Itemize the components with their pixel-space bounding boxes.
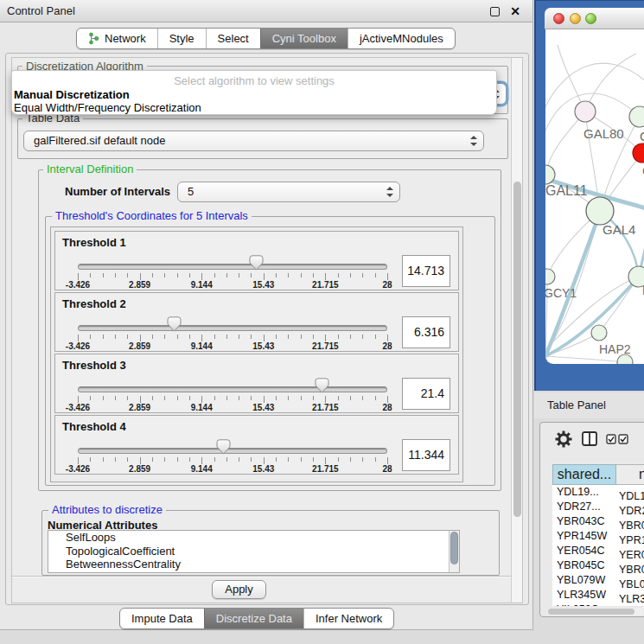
tab-label: Impute Data <box>131 609 193 628</box>
mode-tab-infer-network[interactable]: Infer Network <box>303 609 393 628</box>
threshold-slider[interactable]: -3.4262.8599.14415.4321.71528 <box>78 293 387 353</box>
gear-icon[interactable] <box>555 430 572 448</box>
mode-tab-discretize-data[interactable]: Discretize Data <box>204 609 303 628</box>
slider-thumb[interactable] <box>249 255 264 271</box>
scale-label: 2.859 <box>129 403 150 412</box>
cell-shared-name: YLR345W <box>552 588 616 603</box>
tab-label: Select <box>218 29 249 48</box>
threshold-slider[interactable]: -3.4262.8599.14415.4321.71528 <box>78 354 387 414</box>
close-icon[interactable]: ✕ <box>510 3 520 20</box>
slider-track[interactable] <box>78 264 387 270</box>
minimize-traffic-light[interactable] <box>570 13 581 24</box>
algorithm-option-equal-width[interactable]: Equal Width/Frequency Discretization <box>12 101 496 114</box>
slider-thumb[interactable] <box>315 378 329 393</box>
slider-track[interactable] <box>78 386 387 392</box>
attribute-item[interactable]: BetweennessCentrality <box>48 558 459 571</box>
slider-track[interactable] <box>78 325 387 331</box>
table-row[interactable]: YIL052CYIL0 <box>552 603 644 606</box>
scale-label: 9.144 <box>191 403 213 412</box>
column-header-shared[interactable]: shared... <box>552 464 616 485</box>
table-h-scrollbar-thumb[interactable] <box>548 609 634 615</box>
table-row[interactable]: YDR27...YDR2 <box>552 500 644 514</box>
float-window-icon[interactable] <box>490 7 500 16</box>
control-panel-window: Control Panel ✕ NetworkStyleSelectCyni T… <box>0 0 533 630</box>
scale-label: 21.715 <box>312 280 339 290</box>
network-canvas[interactable]: GAL80 GA C GAL11 GAL4 GCY1 H HAP2 <box>545 29 644 364</box>
tab-cyni-toolbox[interactable]: Cyni Toolbox <box>260 29 348 48</box>
zoom-traffic-light[interactable] <box>585 13 596 24</box>
table-panel-title: Table Panel <box>547 392 606 418</box>
tab-style[interactable]: Style <box>157 29 206 48</box>
apply-button[interactable]: Apply <box>212 580 266 599</box>
cell-shared-name: YDR27... <box>552 500 616 514</box>
node-selected-red[interactable] <box>633 143 644 163</box>
combo-stepper-icon <box>386 187 393 197</box>
threshold-slider[interactable]: -3.4262.8599.14415.4321.71528 <box>78 416 387 475</box>
threshold-value-field[interactable]: 14.713 <box>402 255 450 287</box>
scale-label: 28 <box>382 464 392 474</box>
scale-label: 15.43 <box>252 341 274 351</box>
table-data-value: galFiltered.sif default node <box>34 131 165 150</box>
column-header-name[interactable]: na <box>616 464 644 485</box>
table-panel-header: Table Panel <box>534 392 644 418</box>
panel-scrollbar[interactable] <box>511 58 522 603</box>
table-row[interactable]: YER054CYER0 <box>552 544 644 558</box>
tab-jactivemnodules[interactable]: jActiveMNodules <box>348 29 455 48</box>
table-data-combobox[interactable]: galFiltered.sif default node <box>23 131 484 151</box>
table-h-scrollbar[interactable] <box>547 608 644 615</box>
node-label: GCY1 <box>545 286 577 300</box>
tab-network[interactable]: Network <box>77 29 157 48</box>
table-row[interactable]: YLR345WYLR3 <box>552 588 644 603</box>
screen: Control Panel ✕ NetworkStyleSelectCyni T… <box>0 0 644 644</box>
scale-label: 2.859 <box>129 341 150 351</box>
mode-tab-impute-data[interactable]: Impute Data <box>120 609 204 628</box>
threshold-panel-2: Threshold 2-3.4262.8599.14415.4321.71528… <box>54 292 459 352</box>
attribute-item[interactable]: SelfLoops <box>48 531 459 545</box>
slider-thumb[interactable] <box>167 316 182 332</box>
checkbox-icon[interactable] <box>618 434 628 444</box>
scale-label: 28 <box>382 403 392 412</box>
threshold-value-field[interactable]: 21.4 <box>402 378 450 410</box>
threshold-panel-3: Threshold 3-3.4262.8599.14415.4321.71528… <box>54 354 459 413</box>
scale-label: -3.426 <box>66 403 90 412</box>
node-gal4[interactable] <box>586 197 614 225</box>
number-of-intervals-value: 5 <box>188 182 194 201</box>
threshold-value-field[interactable]: 11.344 <box>402 439 450 471</box>
cell-shared-name: YBR043C <box>552 514 616 529</box>
slider-track[interactable] <box>78 448 387 454</box>
node-label: GAL80 <box>583 126 624 141</box>
node-label: GA <box>640 129 644 143</box>
cyni-mode-tabstrip: Impute DataDiscretize DataInfer Network <box>119 608 394 629</box>
node-gal80[interactable] <box>575 101 596 122</box>
checkbox-icon[interactable] <box>606 434 616 444</box>
number-of-intervals-combobox[interactable]: 5 <box>177 182 400 202</box>
table-body[interactable]: YDL19...YDL1YDR27...YDR2YBR043CYBR0YPR14… <box>552 485 644 606</box>
threshold-slider[interactable]: -3.4262.8599.14415.4321.71528 <box>78 232 387 291</box>
table-row[interactable]: YBR043CYBR0 <box>552 514 644 529</box>
column-layout-icon[interactable] <box>582 431 597 446</box>
close-traffic-light[interactable] <box>553 13 564 24</box>
tab-select[interactable]: Select <box>206 29 260 48</box>
table-row[interactable]: YDL19...YDL1 <box>552 485 644 500</box>
scale-label: 2.859 <box>129 280 150 290</box>
list-scrollbar-thumb[interactable] <box>450 532 458 564</box>
scale-label: -3.426 <box>66 341 90 351</box>
network-graph: GAL80 GA C GAL11 GAL4 GCY1 H HAP2 <box>545 29 644 364</box>
table-row[interactable]: YBL079WYBL0 <box>552 573 644 588</box>
threshold-value-field[interactable]: 6.316 <box>402 316 450 348</box>
tab-label: Cyni Toolbox <box>272 29 336 48</box>
network-window: GAL80 GA C GAL11 GAL4 GCY1 H HAP2 <box>534 0 644 391</box>
panel-scrollbar-thumb[interactable] <box>513 182 521 517</box>
list-scrollbar[interactable] <box>449 531 459 572</box>
attribute-item[interactable]: TopologicalCoefficient <box>48 545 459 558</box>
slider-thumb[interactable] <box>216 439 231 455</box>
number-of-intervals-label: Number of Intervals <box>65 185 170 198</box>
numerical-attributes-list[interactable]: SelfLoopsTopologicalCoefficientBetweenne… <box>48 530 460 573</box>
scale-label: 9.144 <box>191 464 213 474</box>
table-row[interactable]: YBR045CYBR0 <box>552 558 644 573</box>
node-gcy1[interactable] <box>545 269 555 284</box>
panel-tabstrip: NetworkStyleSelectCyni ToolboxjActiveMNo… <box>76 28 456 49</box>
node-hap2[interactable] <box>591 325 607 341</box>
table-row[interactable]: YPR145WYPR1 <box>552 529 644 544</box>
algorithm-option-manual[interactable]: Manual Discretization <box>12 88 496 101</box>
